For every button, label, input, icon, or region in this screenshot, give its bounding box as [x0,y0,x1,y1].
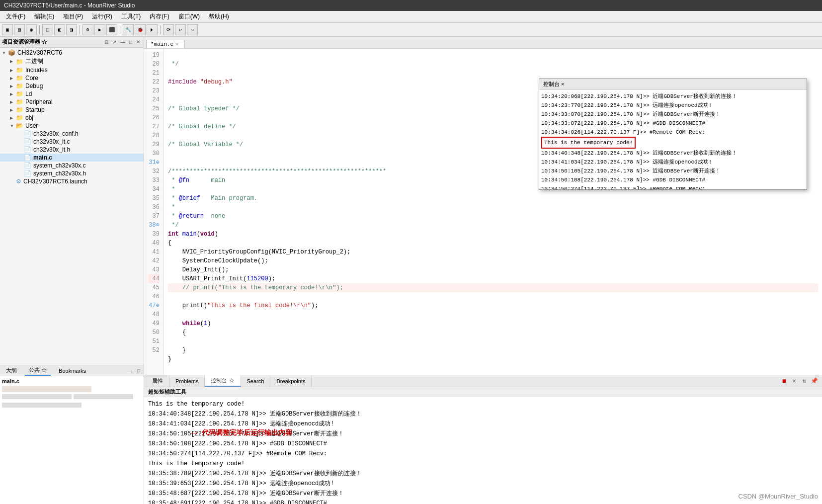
toolbar-btn-13[interactable]: ⟳ [163,24,174,35]
toolbar-btn-4[interactable]: ⬚ [42,24,53,35]
tree-file-launch[interactable]: ⚙ CH32V307RCT6.launch [0,177,144,185]
tree-arrow-peripheral: ▶ [10,100,16,104]
menu-run[interactable]: 运行(R) [88,11,116,22]
menu-file[interactable]: 文件(F) [2,11,29,22]
tree-arrow-root: ▼ [2,51,8,55]
menu-tools[interactable]: 工具(T) [117,11,145,22]
menu-project[interactable]: 项目(P) [59,11,87,22]
panel-icon-minimize[interactable]: — [119,39,127,45]
tree-item-obj[interactable]: ▶ 📁 obj [0,114,144,122]
toolbar-btn-9[interactable]: ⬛ [106,24,117,35]
menu-edit[interactable]: 编辑(E) [30,11,58,22]
line-num-24: 24 [148,95,160,104]
menu-help[interactable]: 帮助(H) [205,11,233,22]
tree-item-binary[interactable]: ▶ 📁 二进制 [0,57,144,66]
popup-line-9: 10:34:50:108[222.190.254.178 N]>> #GDB D… [541,175,805,184]
tree-item-core[interactable]: ▶ 📁 Core [0,74,144,82]
tree-file-main-c[interactable]: 📄 main.c [0,154,144,162]
line-num-50: 50 [148,328,160,337]
editor-tab-close[interactable]: ✕ [175,41,178,47]
console-line-4: 10:34:50:108[222.190.254.178 N]>> #GDB D… [148,439,818,449]
file-it-h-icon: 📄 [24,146,31,153]
tree-item-peripheral[interactable]: ▶ 📁 Peripheral [0,98,144,106]
tree-label-core: Core [25,75,38,82]
line-num-19: 19 [148,51,160,60]
left-panel: 项目资源管理器 ☆ ⊟ ↗ — □ ✕ ▼ 📦 CH32V307RCT6 ▶ 📁 [0,37,144,504]
outline-bar-1 [2,386,91,392]
tab-public[interactable]: 公共 ☆ [25,365,51,376]
tree-root[interactable]: ▼ 📦 CH32V307RCT6 [0,49,144,57]
panel-icon-collapse[interactable]: ⊟ [103,39,110,45]
line-num-47: 47⊕ [148,301,160,310]
stop-icon[interactable]: ■ [780,377,788,385]
popup-line-2: 10:34:23:770[222.190.254.178 N]>> 远端连接op… [541,101,805,110]
file-launch-icon: ⚙ [16,178,21,185]
tree-file-system-h[interactable]: 📄 system_ch32v30x.h [0,169,144,177]
toolbar-btn-8[interactable]: ▶ [94,24,105,35]
popup-line-5: 10:34:34:026[114.222.70.137 F]>> #Remote… [541,128,805,137]
clear-icon[interactable]: ✕ [790,377,798,385]
tree-arrow-ld: ▶ [10,92,16,96]
folder-peripheral-icon: 📁 [16,98,23,105]
toolbar-sep-1 [39,25,40,34]
console-line-5: 10:34:50:274[114.222.70.137 F]>> #Remote… [148,449,818,459]
editor-tab-main-c[interactable]: *main.c ✕ [146,40,185,48]
tree-label-debug: Debug [25,83,43,89]
editor-tab-bar: *main.c ✕ [144,37,822,49]
panel-minimize-icon[interactable]: — [126,367,134,374]
tab-breakpoints[interactable]: Breakpoints [270,375,312,387]
toolbar-btn-12[interactable]: ⏵ [147,24,158,35]
tree-item-startup[interactable]: ▶ 📁 Startup [0,106,144,114]
toolbar-btn-14[interactable]: ↩ [175,24,186,35]
tree-item-includes[interactable]: ▶ 📁 Includes [0,66,144,74]
menu-window[interactable]: 窗口(W) [174,11,204,22]
tree-arrow-core: ▶ [10,76,16,81]
toolbar-btn-2[interactable]: ▤ [14,24,25,35]
tree-label-it-h: ch32v30x_it.h [33,146,70,153]
toolbar-btn-6[interactable]: ◨ [66,24,77,35]
scroll-lock-icon[interactable]: ⇅ [800,377,808,385]
toolbar-btn-11[interactable]: 🐞 [135,24,146,35]
panel-icon-maximize[interactable]: □ [128,39,134,45]
line-num-23: 23 [148,86,160,95]
tab-outline[interactable]: 大纲 [2,366,21,375]
tab-search[interactable]: Search [241,375,271,387]
line-num-35: 35 [148,194,160,203]
tree-item-user[interactable]: ▼ 📂 User [0,122,144,130]
tree-item-ld[interactable]: ▶ 📁 Ld [0,90,144,98]
tab-bookmarks[interactable]: Bookmarks [55,367,90,375]
tree-label-binary: 二进制 [25,57,43,66]
editor-area: *main.c ✕ 19 20 21 22 23 24 25 26 27 [144,37,822,375]
panel-icon-link[interactable]: ↗ [111,39,118,45]
folder-startup-icon: 📁 [16,106,23,113]
toolbar-btn-10[interactable]: 🔧 [123,24,134,35]
watermark: CSDN @MounRiver_Studio [738,493,818,500]
tree-file-it-c[interactable]: 📄 ch32v30x_it.c [0,138,144,146]
pin-icon[interactable]: 📌 [810,377,818,385]
title-text: CH32V307RCT6/User/main.c - MounRiver Stu… [4,2,135,9]
outline-item-2 [74,394,133,399]
panel-icon-close[interactable]: ✕ [135,39,142,45]
toolbar-btn-1[interactable]: ▣ [2,24,13,35]
panel-maximize-icon[interactable]: □ [136,367,142,374]
line-num-36: 36 [148,203,160,212]
toolbar-btn-3[interactable]: ◉ [26,24,37,35]
tree-file-it-h[interactable]: 📄 ch32v30x_it.h [0,146,144,154]
menu-memory[interactable]: 内存(F) [146,11,173,22]
tab-properties[interactable]: 属性 [146,375,169,387]
toolbar-btn-5[interactable]: ◧ [54,24,65,35]
console-line-7: 10:35:38:789[222.190.254.178 N]>> 近端GDBS… [148,469,818,479]
console-toolbar-label: 超短矩辅助工具 [144,387,822,397]
tab-problems[interactable]: Problems [169,375,205,387]
tab-console[interactable]: 控制台 ☆ [205,375,241,387]
tree-arrow-includes: ▶ [10,68,16,73]
toolbar-btn-15[interactable]: ↪ [187,24,198,35]
toolbar-btn-7[interactable]: ⚙ [82,24,93,35]
tree-file-system-c[interactable]: 📄 system_ch32v30x.c [0,162,144,169]
tree-item-debug[interactable]: ▶ 📁 Debug [0,82,144,90]
tree-file-conf-h[interactable]: 📄 ch32v30x_conf.h [0,130,144,138]
editor-tab-label: *main.c [151,41,173,47]
tree-label-obj: obj [25,114,33,121]
line-num-42: 42 [148,256,160,265]
line-num-32: 32 [148,167,160,176]
